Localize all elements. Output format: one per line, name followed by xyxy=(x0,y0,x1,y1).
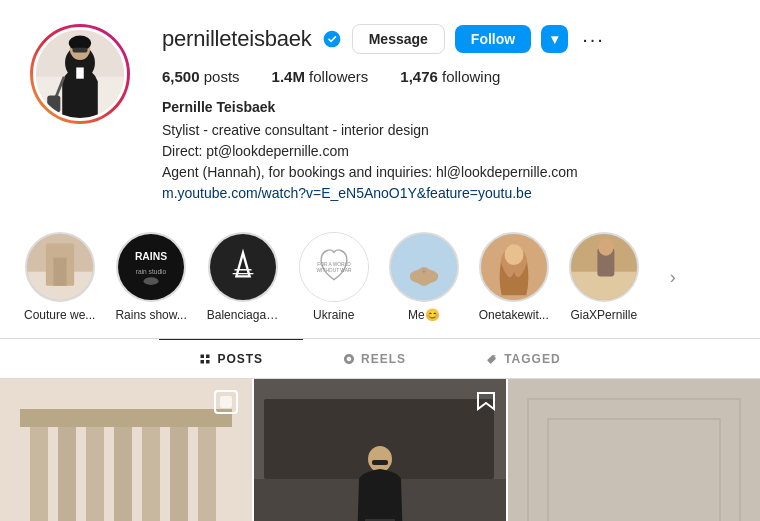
story-item[interactable]: Balenciaga ... xyxy=(207,232,279,322)
bio-name: Pernille Teisbaek xyxy=(162,97,730,118)
following-stat[interactable]: 1,476 following xyxy=(400,68,500,85)
story-item[interactable]: RAINS rain studio Rains show... xyxy=(115,232,186,322)
svg-rect-6 xyxy=(76,67,83,78)
tab-posts-label: POSTS xyxy=(217,352,263,366)
avatar-image xyxy=(36,27,124,121)
username: pernilleteisbaek xyxy=(162,26,312,52)
story-item[interactable]: Onetakewit... xyxy=(479,232,549,322)
svg-rect-47 xyxy=(20,409,232,427)
story-item[interactable]: Couture we... xyxy=(24,232,95,322)
svg-rect-45 xyxy=(170,419,188,521)
svg-rect-40 xyxy=(30,419,48,521)
tagged-icon xyxy=(486,353,498,365)
svg-text:RAINS: RAINS xyxy=(135,251,167,262)
story-circle xyxy=(569,232,639,302)
story-circle xyxy=(208,232,278,302)
svg-text:rain studio: rain studio xyxy=(136,268,167,275)
svg-rect-46 xyxy=(198,419,216,521)
post-thumbnail[interactable] xyxy=(508,379,760,521)
following-label-text: following xyxy=(442,68,500,85)
post-thumbnail[interactable] xyxy=(0,379,252,521)
avatar xyxy=(33,27,127,121)
story-circle: FOR A WORLD WITHOUT WAR xyxy=(299,232,369,302)
tab-tagged-label: TAGGED xyxy=(504,352,560,366)
svg-rect-8 xyxy=(47,96,60,113)
profile-header: pernilleteisbaek Message Follow ▾ ··· 6,… xyxy=(0,0,760,220)
bio-line2: Direct: pt@lookdepernille.com xyxy=(162,141,730,162)
grid-icon xyxy=(199,353,211,365)
avatar-ring xyxy=(30,24,130,124)
svg-rect-50 xyxy=(220,396,232,408)
more-options-button[interactable]: ··· xyxy=(578,28,609,51)
verified-icon xyxy=(322,29,342,49)
tab-posts[interactable]: POSTS xyxy=(159,339,303,378)
bio-line1: Stylist - creative consultant - interior… xyxy=(162,120,730,141)
svg-rect-17 xyxy=(210,234,276,300)
username-row: pernilleteisbaek Message Follow ▾ ··· xyxy=(162,24,730,54)
posts-label-text: posts xyxy=(204,68,240,85)
message-button[interactable]: Message xyxy=(352,24,445,54)
svg-rect-43 xyxy=(114,419,132,521)
story-label: Rains show... xyxy=(115,308,186,322)
story-circle xyxy=(479,232,549,302)
story-label: Ukraine xyxy=(313,308,354,322)
svg-rect-5 xyxy=(73,48,88,53)
story-label: Balenciaga ... xyxy=(207,308,279,322)
story-item[interactable]: GiaXPernille xyxy=(569,232,639,322)
svg-text:FOR A WORLD: FOR A WORLD xyxy=(317,262,351,267)
svg-rect-42 xyxy=(86,419,104,521)
svg-text:WITHOUT WAR: WITHOUT WAR xyxy=(316,268,351,273)
svg-rect-34 xyxy=(201,355,205,359)
stories-section: Couture we... RAINS rain studio Rains sh… xyxy=(0,220,760,339)
svg-text:✦: ✦ xyxy=(421,268,427,275)
story-circle xyxy=(25,232,95,302)
svg-point-33 xyxy=(598,239,613,256)
posts-stat[interactable]: 6,500 posts xyxy=(162,68,240,85)
follow-button[interactable]: Follow xyxy=(455,25,531,53)
followers-label-text: followers xyxy=(309,68,368,85)
svg-rect-44 xyxy=(142,419,160,521)
follow-dropdown-button[interactable]: ▾ xyxy=(541,25,568,53)
posts-count: 6,500 xyxy=(162,68,200,85)
profile-info: pernilleteisbaek Message Follow ▾ ··· 6,… xyxy=(162,24,730,204)
story-circle: ✦ xyxy=(389,232,459,302)
svg-point-55 xyxy=(368,446,392,472)
story-label: Onetakewit... xyxy=(479,308,549,322)
reels-icon xyxy=(343,353,355,365)
svg-rect-35 xyxy=(206,355,210,359)
posts-grid xyxy=(0,379,760,521)
following-count: 1,476 xyxy=(400,68,438,85)
svg-rect-56 xyxy=(372,460,388,465)
stats-row: 6,500 posts 1.4M followers 1,476 followi… xyxy=(162,68,730,85)
story-circle: RAINS rain studio xyxy=(116,232,186,302)
svg-point-29 xyxy=(504,244,523,265)
bio-line3: Agent (Hannah), for bookings and inquiri… xyxy=(162,162,730,183)
svg-rect-41 xyxy=(58,419,76,521)
svg-rect-62 xyxy=(508,379,760,521)
followers-stat[interactable]: 1.4M followers xyxy=(272,68,369,85)
svg-rect-36 xyxy=(201,360,205,364)
story-item[interactable]: FOR A WORLD WITHOUT WAR Ukraine xyxy=(299,232,369,322)
story-item[interactable]: ✦ Me😊 xyxy=(389,232,459,322)
stories-next-button[interactable]: › xyxy=(659,242,687,312)
story-label: GiaXPernille xyxy=(570,308,637,322)
post-thumbnail[interactable] xyxy=(254,379,506,521)
svg-rect-12 xyxy=(53,258,66,286)
tabs-section: POSTS REELS TAGGED xyxy=(0,339,760,379)
tab-tagged[interactable]: TAGGED xyxy=(446,339,600,378)
tab-reels[interactable]: REELS xyxy=(303,339,446,378)
bio: Pernille Teisbaek Stylist - creative con… xyxy=(162,97,730,204)
story-label: Me😊 xyxy=(408,308,440,322)
bio-link[interactable]: m.youtube.com/watch?v=E_eN5AnoO1Y&featur… xyxy=(162,185,532,201)
svg-point-16 xyxy=(144,277,159,285)
tab-reels-label: REELS xyxy=(361,352,406,366)
story-label: Couture we... xyxy=(24,308,95,322)
followers-count: 1.4M xyxy=(272,68,305,85)
svg-rect-37 xyxy=(206,360,210,364)
